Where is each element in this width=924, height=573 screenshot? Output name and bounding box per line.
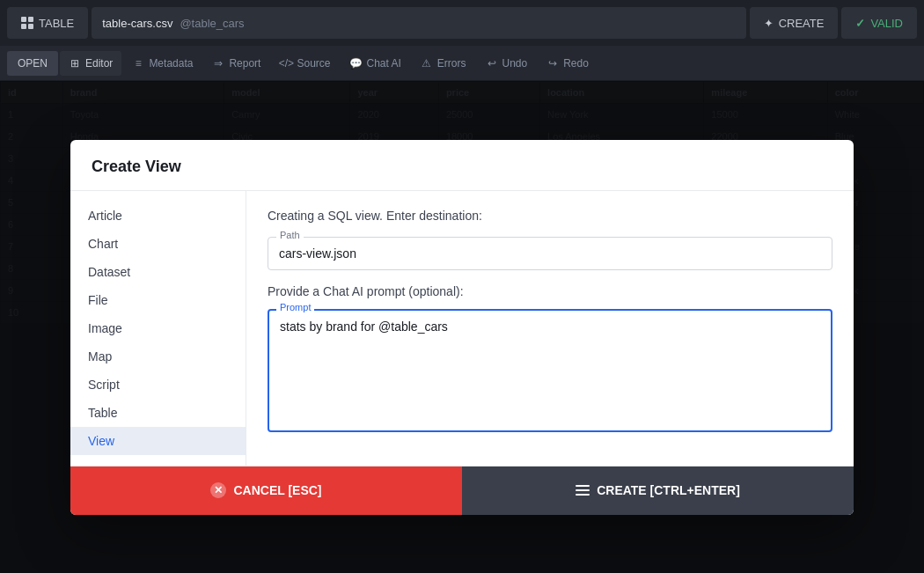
cancel-x-icon: ✕ bbox=[210, 482, 226, 498]
create-modal-button[interactable]: CREATE [CTRL+ENTER] bbox=[462, 466, 854, 515]
tab-chat-label: Chat AI bbox=[366, 57, 400, 70]
modal-title: Create View bbox=[92, 158, 832, 176]
modal-header: Create View bbox=[70, 140, 854, 191]
redo-icon bbox=[546, 57, 559, 70]
create-label: CREATE bbox=[779, 17, 825, 30]
sidebar-item-script[interactable]: Script bbox=[70, 371, 246, 399]
at-tag: @table_cars bbox=[180, 17, 244, 30]
sidebar-item-view[interactable]: View bbox=[70, 427, 246, 455]
prompt-field-group: Prompt bbox=[268, 309, 832, 436]
secondary-toolbar: OPEN ⊞ Editor ≡ Metadata ⇒ Report </> So… bbox=[0, 46, 924, 81]
metadata-icon: ≡ bbox=[132, 57, 144, 70]
modal-overlay: Create View ArticleChartDatasetFileImage… bbox=[0, 81, 924, 573]
valid-button[interactable]: VALID bbox=[841, 7, 917, 39]
path-input[interactable] bbox=[268, 237, 832, 270]
check-icon bbox=[855, 17, 865, 30]
tab-errors[interactable]: ⚠ Errors bbox=[412, 51, 475, 76]
tab-undo-label: Undo bbox=[502, 57, 528, 70]
tab-undo[interactable]: Undo bbox=[477, 51, 537, 76]
path-label: Path bbox=[276, 230, 304, 240]
top-toolbar: TABLE table-cars.csv @table_cars CREATE … bbox=[0, 0, 924, 46]
report-icon: ⇒ bbox=[212, 57, 224, 70]
tab-source[interactable]: </> Source bbox=[271, 51, 339, 76]
tab-editor[interactable]: ⊞ Editor bbox=[60, 51, 121, 76]
tab-report-label: Report bbox=[229, 57, 260, 70]
source-icon: </> bbox=[280, 57, 292, 70]
filename: table-cars.csv bbox=[102, 17, 172, 30]
modal-content-area: Creating a SQL view. Enter destination: … bbox=[246, 191, 854, 466]
cancel-button[interactable]: ✕ CANCEL [ESC] bbox=[70, 466, 462, 515]
sidebar-item-chart[interactable]: Chart bbox=[70, 230, 246, 258]
tab-source-label: Source bbox=[297, 57, 330, 70]
tab-redo[interactable]: Redo bbox=[538, 51, 598, 76]
lines-icon bbox=[576, 485, 590, 496]
table-area: idbrandmodelyearpricelocationmileagecolo… bbox=[0, 81, 924, 573]
table-button[interactable]: TABLE bbox=[7, 7, 88, 39]
modal-footer: ✕ CANCEL [ESC] CREATE [CTRL+ENTER] bbox=[70, 466, 854, 515]
modal-body: ArticleChartDatasetFileImageMapScriptTab… bbox=[70, 191, 854, 466]
undo-icon bbox=[486, 57, 498, 70]
content-description: Creating a SQL view. Enter destination: bbox=[268, 209, 832, 223]
editor-icon: ⊞ bbox=[69, 57, 81, 70]
path-field-group: Path bbox=[268, 237, 832, 270]
sidebar-item-map[interactable]: Map bbox=[70, 342, 246, 371]
table-label: TABLE bbox=[39, 17, 74, 30]
prompt-label: Prompt bbox=[276, 302, 314, 312]
table-grid-icon bbox=[21, 17, 33, 29]
sidebar-item-file[interactable]: File bbox=[70, 286, 246, 314]
create-view-modal: Create View ArticleChartDatasetFileImage… bbox=[70, 140, 854, 515]
prompt-textarea[interactable] bbox=[268, 309, 832, 432]
chat-icon: 💬 bbox=[349, 57, 362, 70]
tab-metadata[interactable]: ≡ Metadata bbox=[123, 51, 202, 76]
sidebar-item-dataset[interactable]: Dataset bbox=[70, 258, 246, 286]
file-path-bar: table-cars.csv @table_cars bbox=[92, 7, 745, 39]
tab-chat[interactable]: 💬 Chat AI bbox=[341, 51, 409, 76]
create-modal-label: CREATE [CTRL+ENTER] bbox=[597, 483, 740, 497]
sidebar-item-table[interactable]: Table bbox=[70, 399, 246, 427]
create-button[interactable]: CREATE bbox=[750, 7, 839, 39]
tab-metadata-label: Metadata bbox=[149, 57, 193, 70]
modal-sidebar: ArticleChartDatasetFileImageMapScriptTab… bbox=[70, 191, 246, 466]
wand-icon bbox=[764, 17, 774, 30]
cancel-label: CANCEL [ESC] bbox=[233, 483, 321, 497]
tab-errors-label: Errors bbox=[437, 57, 466, 70]
prompt-section-label: Provide a Chat AI prompt (optional): bbox=[268, 284, 832, 298]
valid-label: VALID bbox=[870, 17, 903, 30]
errors-icon: ⚠ bbox=[421, 57, 433, 70]
sidebar-item-image[interactable]: Image bbox=[70, 314, 246, 342]
tab-redo-label: Redo bbox=[563, 57, 589, 70]
tab-editor-label: Editor bbox=[85, 57, 113, 70]
tab-report[interactable]: ⇒ Report bbox=[203, 51, 269, 76]
open-button[interactable]: OPEN bbox=[7, 51, 58, 76]
sidebar-item-article[interactable]: Article bbox=[70, 202, 246, 230]
